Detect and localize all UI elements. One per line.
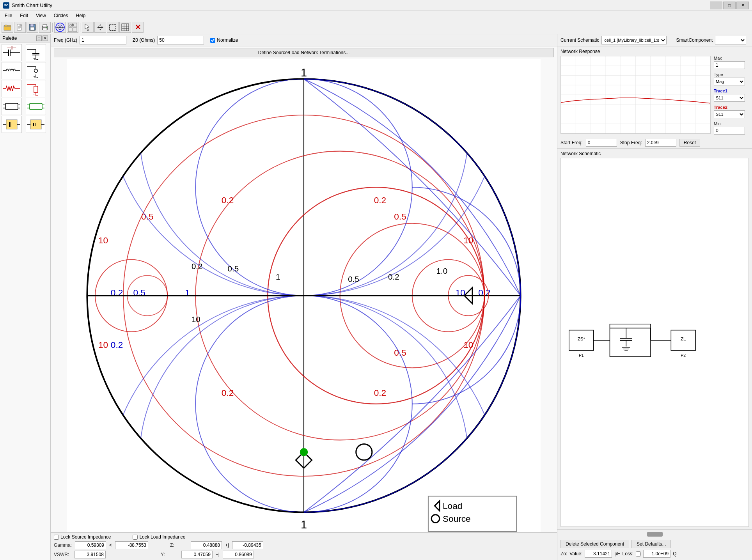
loss-checkbox[interactable] xyxy=(636,551,641,556)
sc-group: SmartComponent xyxy=(676,36,746,44)
palette-series-ind[interactable] xyxy=(2,62,22,79)
palette-shunt-ind[interactable] xyxy=(26,62,46,79)
palette-undock-btn[interactable]: □ xyxy=(36,35,42,41)
svg-text:0.2: 0.2 xyxy=(374,195,386,205)
min-group: Min xyxy=(714,121,749,135)
start-freq-input[interactable] xyxy=(586,139,617,147)
svg-rect-18 xyxy=(68,28,72,32)
trace1-select[interactable]: S11 xyxy=(714,94,745,102)
scrollbar-thumb[interactable] xyxy=(647,532,663,537)
trace2-select[interactable]: S11 xyxy=(714,110,745,118)
sc-select[interactable] xyxy=(715,36,746,44)
vswr-input[interactable] xyxy=(74,551,106,558)
y-label: Y: xyxy=(161,552,178,557)
svg-rect-7 xyxy=(30,27,34,30)
svg-text:Load: Load xyxy=(443,501,462,511)
menu-file[interactable]: File xyxy=(2,12,15,19)
define-terminations-btn[interactable]: Define Source/Load Network Terminations.… xyxy=(54,48,554,57)
palette-cap-small[interactable] xyxy=(26,116,46,133)
center-panel: Freq (GHz) Z0 (Ohms) Normalize Define So… xyxy=(51,34,557,560)
lock-source-check[interactable]: Lock Source Impedance xyxy=(54,534,111,540)
close-btn[interactable]: ✕ xyxy=(736,2,749,9)
palette-tline1[interactable] xyxy=(2,98,22,115)
menu-help[interactable]: Help xyxy=(73,12,89,19)
menu-edit[interactable]: Edit xyxy=(17,12,31,19)
stop-freq-input[interactable] xyxy=(645,139,676,147)
svg-text:1: 1 xyxy=(301,66,307,79)
svg-text:0.2: 0.2 xyxy=(374,388,386,398)
value-input[interactable] xyxy=(585,550,612,558)
svg-point-11 xyxy=(46,27,47,28)
open-file-btn[interactable] xyxy=(14,22,26,33)
z-plus-j: +j xyxy=(225,542,229,548)
y-imag-input[interactable] xyxy=(223,551,254,558)
vswr-row: VSWR: Y: +j xyxy=(54,551,554,558)
type-label: Type xyxy=(714,72,749,77)
lock-source-checkbox[interactable] xyxy=(54,535,59,540)
lock-row: Lock Source Impedance Lock Load Impedanc… xyxy=(54,534,554,540)
cursor-btn[interactable] xyxy=(82,22,94,33)
palette-grid: —||— xyxy=(0,43,50,135)
set-defaults-btn[interactable]: Set Defaults... xyxy=(631,540,671,548)
print-btn[interactable] xyxy=(39,22,51,33)
smith-chart-view-btn[interactable] xyxy=(54,22,66,33)
svg-rect-24 xyxy=(122,24,129,31)
type-select[interactable]: Mag xyxy=(714,78,745,85)
svg-rect-10 xyxy=(43,28,47,30)
delete-toolbar-btn[interactable]: ✕ xyxy=(132,22,144,33)
svg-rect-66 xyxy=(6,120,17,129)
lock-source-label: Lock Source Impedance xyxy=(60,534,111,540)
trace2-group: Trace2 S11 xyxy=(714,105,749,118)
select-region-btn[interactable] xyxy=(107,22,119,33)
lock-load-checkbox[interactable] xyxy=(133,535,138,540)
palette-cap-yellow[interactable] xyxy=(2,116,22,133)
q-label: Q xyxy=(673,551,676,556)
open-folder-btn[interactable] xyxy=(2,22,13,33)
svg-text:0.2: 0.2 xyxy=(388,272,399,281)
max-input[interactable] xyxy=(714,61,745,69)
svg-rect-9 xyxy=(43,25,47,27)
svg-text:ZL: ZL xyxy=(681,337,686,341)
sc-label: SmartComponent xyxy=(676,37,713,43)
unit-label: pF xyxy=(614,551,620,556)
y-plus-j: +j xyxy=(216,552,220,557)
reset-btn[interactable]: Reset xyxy=(679,139,700,147)
gamma-label: Gamma: xyxy=(54,542,72,548)
palette-tline2[interactable]: ~ xyxy=(26,98,46,115)
toolbar: QR ✕ xyxy=(0,20,752,34)
table-view-btn[interactable] xyxy=(119,22,131,33)
svg-text:1: 1 xyxy=(276,272,280,281)
svg-text:0.5: 0.5 xyxy=(228,264,239,273)
gamma-angle-input[interactable] xyxy=(115,541,148,549)
z0-input[interactable] xyxy=(157,36,204,44)
z-real-input[interactable] xyxy=(191,541,222,549)
normalize-check[interactable]: Normalize xyxy=(210,37,238,43)
delete-selected-btn[interactable]: Delete Selected Component xyxy=(560,540,629,548)
grid-view-btn[interactable]: QR xyxy=(67,22,78,33)
menu-circles[interactable]: Circles xyxy=(51,12,71,19)
cs-select[interactable]: cell_1 [MyLibrary_lib:cell_1:s xyxy=(601,36,667,44)
svg-text:0.5: 0.5 xyxy=(348,275,359,284)
palette-shunt-res[interactable] xyxy=(26,80,46,97)
min-input[interactable] xyxy=(714,127,745,135)
palette-series-cap[interactable]: —||— xyxy=(2,44,22,61)
palette-close-btn[interactable]: ✕ xyxy=(43,35,48,41)
svg-text:0.2: 0.2 xyxy=(222,195,234,205)
move-btn[interactable] xyxy=(94,22,106,33)
palette-shunt-cap[interactable] xyxy=(26,44,46,61)
start-freq-label: Start Freq: xyxy=(560,140,583,145)
gamma-value-input[interactable] xyxy=(75,541,106,549)
z-imag-input[interactable] xyxy=(232,541,263,549)
maximize-btn[interactable]: □ xyxy=(723,2,736,9)
nr-chart xyxy=(560,56,711,134)
lock-load-check[interactable]: Lock Load Impedance xyxy=(133,534,185,540)
palette-series-res[interactable] xyxy=(2,80,22,97)
normalize-checkbox[interactable] xyxy=(210,38,215,43)
y-real-input[interactable] xyxy=(181,551,213,558)
loss-value-input[interactable] xyxy=(643,550,670,558)
palette-title: Palette xyxy=(2,35,17,41)
freq-input[interactable] xyxy=(80,36,126,44)
save-btn[interactable] xyxy=(27,22,38,33)
minimize-btn[interactable]: — xyxy=(710,2,722,9)
menu-view[interactable]: View xyxy=(33,12,49,19)
